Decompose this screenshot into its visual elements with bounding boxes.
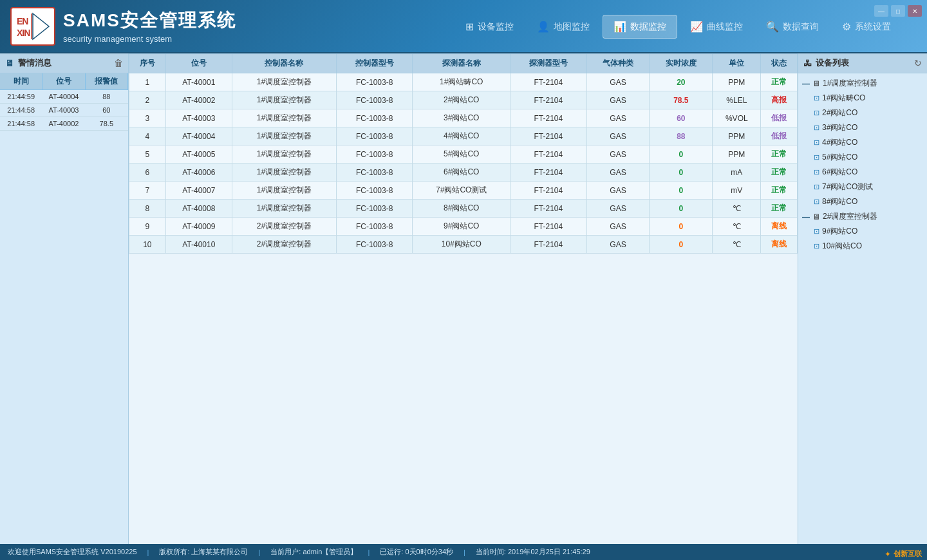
table-cell-探测器名称: 1#阀站畴CO <box>413 73 510 91</box>
table-cell-状态: 低报 <box>761 127 798 145</box>
table-row[interactable]: 2AT-400021#调度室控制器FC-1003-82#阀站COFT-2104G… <box>129 91 798 109</box>
alarm-cell-position: AT-40002 <box>42 117 85 130</box>
device-group-1[interactable]: —🖥2#调度室控制器 <box>798 209 927 224</box>
table-cell-状态: 低报 <box>761 109 798 127</box>
close-button[interactable]: ✕ <box>908 5 922 17</box>
device-item[interactable]: ⊡1#阀站畴CO <box>798 91 927 106</box>
table-cell-控制器名称: 1#调度室控制器 <box>232 182 336 200</box>
alarm-col-header-时间: 时间 <box>0 73 42 89</box>
table-cell-控制器型号: FC-1003-8 <box>336 200 412 218</box>
table-cell-状态: 正常 <box>761 200 798 218</box>
device-tree: —🖥1#调度室控制器⊡1#阀站畴CO⊡2#阀站CO⊡3#阀站CO⊡4#阀站CO⊡… <box>798 73 927 544</box>
table-cell-控制器型号: FC-1003-8 <box>336 91 412 109</box>
maximize-button[interactable]: □ <box>891 5 905 17</box>
status-bar: 欢迎使用SAMS安全管理系统 V20190225 | 版权所有: 上海某某有限公… <box>0 544 927 560</box>
alarm-header-left: 🖥 警情消息 <box>5 57 52 69</box>
table-cell-实时浓度: 78.5 <box>650 91 713 109</box>
device-item[interactable]: ⊡10#阀站CO <box>798 239 927 254</box>
device-item[interactable]: ⊡4#阀站CO <box>798 135 927 150</box>
table-cell-探测器名称: 2#阀站CO <box>413 91 510 109</box>
table-row[interactable]: 9AT-400092#调度室控制器FC-1003-89#阀站COFT-2104G… <box>129 218 798 236</box>
table-cell-探测器型号: FT-2104 <box>510 73 586 91</box>
device-header-left: 🖧 设备列表 <box>803 57 849 69</box>
device-item[interactable]: ⊡7#阀站CO测试 <box>798 180 927 194</box>
device-group-label: 1#调度室控制器 <box>823 78 877 89</box>
table-row[interactable]: 7AT-400071#调度室控制器FC-1003-87#阀站CO测试FT-210… <box>129 182 798 200</box>
table-cell-控制器型号: FC-1003-8 <box>336 236 412 254</box>
table-cell-控制器名称: 2#调度室控制器 <box>232 236 336 254</box>
data-table-head: 序号位号控制器名称控制器型号探测器名称探测器型号气体种类实时浓度单位状态 <box>129 54 798 73</box>
tree-collapse-icon: — <box>802 79 810 88</box>
device-item[interactable]: ⊡8#阀站CO <box>798 194 927 209</box>
col-header-序号: 序号 <box>129 54 166 73</box>
table-cell-序号: 6 <box>129 163 166 182</box>
table-cell-实时浓度: 0 <box>650 236 713 254</box>
device-item[interactable]: ⊡9#阀站CO <box>798 224 927 239</box>
table-cell-单位: PPM <box>713 127 761 145</box>
table-cell-状态: 正常 <box>761 145 798 163</box>
data-table-container: 序号位号控制器名称控制器型号探测器名称探测器型号气体种类实时浓度单位状态 1AT… <box>129 53 798 544</box>
table-cell-气体种类: GAS <box>586 236 650 254</box>
table-cell-控制器名称: 1#调度室控制器 <box>232 91 336 109</box>
data-table: 序号位号控制器名称控制器型号探测器名称探测器型号气体种类实时浓度单位状态 1AT… <box>129 53 798 254</box>
alarm-row[interactable]: 21:44:58AT-4000278.5 <box>0 117 128 131</box>
nav-device-monitor[interactable]: ⊞设备监控 <box>455 15 524 38</box>
table-row[interactable]: 5AT-400051#调度室控制器FC-1003-85#阀站COFT-2104G… <box>129 145 798 163</box>
table-cell-气体种类: GAS <box>586 109 650 127</box>
alarm-row[interactable]: 21:44:58AT-4000360 <box>0 104 128 117</box>
table-cell-控制器名称: 1#调度室控制器 <box>232 200 336 218</box>
col-header-控制器型号: 控制器型号 <box>336 54 412 73</box>
col-header-气体种类: 气体种类 <box>586 54 650 73</box>
table-cell-控制器型号: FC-1003-8 <box>336 73 412 91</box>
table-cell-单位: %VOL <box>713 109 761 127</box>
device-monitor-nav-label: 设备监控 <box>478 21 514 33</box>
device-list-icon: 🖧 <box>803 59 812 68</box>
table-cell-探测器名称: 3#阀站CO <box>413 109 510 127</box>
alarm-delete-button[interactable]: 🗑 <box>114 58 123 68</box>
table-row[interactable]: 10AT-400102#调度室控制器FC-1003-810#阀站COFT-210… <box>129 236 798 254</box>
table-cell-探测器型号: FT-2104 <box>510 109 586 127</box>
table-cell-探测器型号: FT-2104 <box>510 200 586 218</box>
table-cell-探测器型号: FT-2104 <box>510 91 586 109</box>
device-group-0[interactable]: —🖥1#调度室控制器 <box>798 76 927 91</box>
table-cell-实时浓度: 0 <box>650 218 713 236</box>
table-cell-实时浓度: 88 <box>650 127 713 145</box>
table-row[interactable]: 1AT-400011#调度室控制器FC-1003-81#阀站畴COFT-2104… <box>129 73 798 91</box>
device-item[interactable]: ⊡3#阀站CO <box>798 120 927 135</box>
table-cell-单位: %LEL <box>713 91 761 109</box>
minimize-button[interactable]: — <box>874 5 888 17</box>
table-cell-状态: 正常 <box>761 163 798 182</box>
table-cell-控制器型号: FC-1003-8 <box>336 218 412 236</box>
alarm-row[interactable]: 21:44:59AT-4000488 <box>0 90 128 104</box>
table-row[interactable]: 3AT-400031#调度室控制器FC-1003-83#阀站COFT-2104G… <box>129 109 798 127</box>
brand-name: 创新互联 <box>894 549 922 559</box>
alarm-cell-value: 60 <box>86 104 128 117</box>
nav-curve-monitor[interactable]: 📈曲线监控 <box>680 15 753 38</box>
alarm-cell-position: AT-40003 <box>42 104 85 117</box>
table-cell-气体种类: GAS <box>586 200 650 218</box>
table-row[interactable]: 8AT-400081#调度室控制器FC-1003-88#阀站COFT-2104G… <box>129 200 798 218</box>
table-cell-单位: mA <box>713 163 761 182</box>
sensor-icon: ⊡ <box>814 227 819 236</box>
device-item[interactable]: ⊡2#阀站CO <box>798 106 927 120</box>
table-cell-实时浓度: 0 <box>650 200 713 218</box>
sensor-icon: ⊡ <box>814 183 819 191</box>
table-cell-探测器型号: FT-2104 <box>510 163 586 182</box>
data-panel: 序号位号控制器名称控制器型号探测器名称探测器型号气体种类实时浓度单位状态 1AT… <box>129 53 798 544</box>
col-header-控制器名称: 控制器名称 <box>232 54 336 73</box>
table-cell-探测器型号: FT-2104 <box>510 182 586 200</box>
table-row[interactable]: 4AT-400041#调度室控制器FC-1003-84#阀站COFT-2104G… <box>129 127 798 145</box>
status-datetime: 当前时间: 2019年02月25日 21:45:29 <box>476 547 590 557</box>
device-item[interactable]: ⊡6#阀站CO <box>798 165 927 180</box>
device-refresh-button[interactable]: ↻ <box>914 58 922 68</box>
nav-data-monitor[interactable]: 📊数据监控 <box>603 15 677 39</box>
table-cell-控制器型号: FC-1003-8 <box>336 145 412 163</box>
device-panel-title: 设备列表 <box>816 57 849 69</box>
table-cell-单位: mV <box>713 182 761 200</box>
nav-system-settings[interactable]: ⚙系统设置 <box>832 15 901 38</box>
table-cell-单位: PPM <box>713 145 761 163</box>
device-item[interactable]: ⊡5#阀站CO <box>798 150 927 165</box>
table-row[interactable]: 6AT-400061#调度室控制器FC-1003-86#阀站COFT-2104G… <box>129 163 798 182</box>
nav-data-query[interactable]: 🔍数据查询 <box>756 15 829 38</box>
nav-map-monitor[interactable]: 👤地图监控 <box>527 15 600 38</box>
